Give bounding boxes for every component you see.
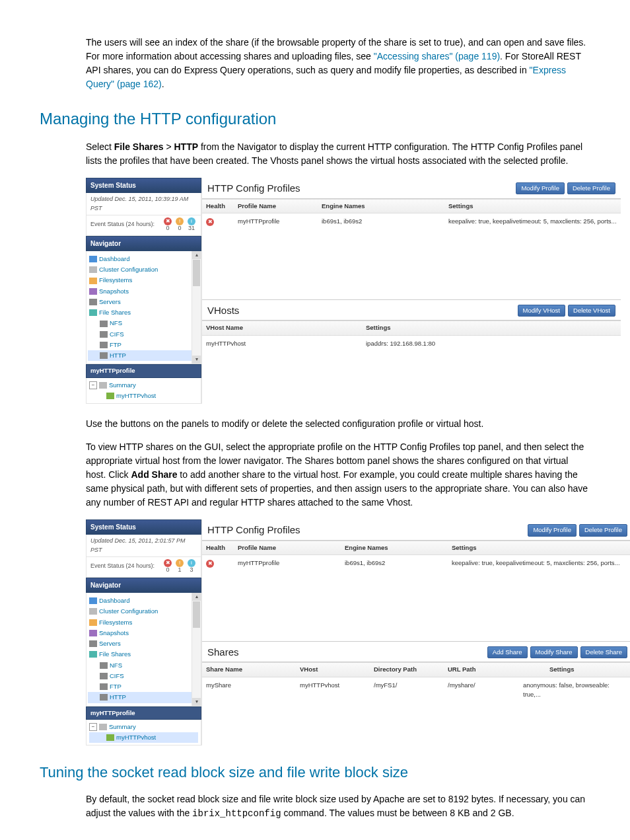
lower-nav-tree: −Summary myHTTPvhost (86, 720, 201, 746)
share-row[interactable]: myShare myHTTPvhost /myFS1/ /myshare/ an… (202, 677, 630, 703)
scroll-up-icon[interactable]: ▴ (192, 593, 201, 601)
scroll-up-icon[interactable]: ▴ (192, 251, 201, 259)
delete-share-button[interactable]: Delete Share (580, 646, 627, 658)
col-profile-name[interactable]: Profile Name (234, 541, 341, 554)
lower-nav-summary[interactable]: −Summary (89, 722, 198, 732)
col-share-settings[interactable]: Settings (545, 663, 630, 676)
http-config-profiles-title: HTTP Config Profiles (207, 523, 300, 538)
col-vhost-name[interactable]: VHost Name (202, 321, 362, 334)
summary-icon (99, 724, 107, 730)
nav-label: Cluster Configuration (99, 265, 158, 274)
nav-ftp[interactable]: FTP (88, 681, 199, 692)
nav-filesystems[interactable]: Filesystems (88, 617, 199, 628)
bold-file-shares: File Shares (114, 141, 164, 152)
summary-icon (99, 382, 107, 389)
view-http-shares-paragraph: To view HTTP shares on the GUI, select t… (86, 440, 590, 510)
nav-servers[interactable]: Servers (88, 297, 199, 307)
share-sub-icon (100, 662, 108, 669)
col-settings[interactable]: Settings (448, 541, 630, 554)
nav-ftp[interactable]: FTP (88, 340, 199, 350)
modify-profile-button[interactable]: Modify Profile (528, 524, 577, 536)
col-directory-path[interactable]: Directory Path (370, 663, 444, 676)
share-vhost-cell: myHTTPvhost (296, 679, 370, 702)
nav-http[interactable]: HTTP (88, 692, 199, 703)
col-vhost-settings[interactable]: Settings (362, 321, 621, 334)
profile-row[interactable]: ✖ myHTTPprofile ib69s1, ib69s2 keepalive… (202, 555, 630, 571)
share-name-cell: myShare (202, 679, 296, 702)
nav-file-shares[interactable]: File Shares (88, 307, 199, 318)
share-sub-icon (100, 321, 108, 327)
chart-icon (89, 597, 97, 604)
delete-profile-button[interactable]: Delete Profile (567, 182, 615, 194)
delete-profile-button[interactable]: Delete Profile (579, 524, 627, 536)
delete-vhost-button[interactable]: Delete VHost (568, 305, 615, 317)
nav-nfs[interactable]: NFS (88, 318, 199, 328)
nav-servers[interactable]: Servers (88, 638, 199, 649)
share-icon (89, 651, 97, 658)
nav-file-shares[interactable]: File Shares (88, 649, 199, 660)
nav-dashboard[interactable]: Dashboard (88, 595, 199, 606)
health-error-icon: ✖ (206, 560, 214, 568)
nav-cifs[interactable]: CIFS (88, 671, 199, 681)
nav-label: NFS (110, 319, 122, 328)
link-accessing-shares[interactable]: "Accessing shares" (page 119) (374, 51, 500, 61)
col-health[interactable]: Health (202, 200, 234, 213)
col-engine-names[interactable]: Engine Names (341, 541, 448, 554)
vhost-row[interactable]: myHTTPvhost ipaddrs: 192.168.98.1:80 (202, 336, 621, 352)
nav-label: Summary (109, 381, 136, 390)
profile-name-cell: myHTTPprofile (234, 215, 318, 228)
system-status-title: System Status (86, 519, 201, 535)
share-sub-icon (100, 352, 108, 359)
scroll-down-icon[interactable]: ▾ (192, 698, 201, 706)
nav-cluster-configuration[interactable]: Cluster Configuration (88, 606, 199, 617)
intro-paragraph: The users will see an index of the share… (86, 36, 590, 91)
nav-snapshots[interactable]: Snapshots (88, 628, 199, 638)
heading-tuning-socket: Tuning the socket read block size and fi… (40, 761, 590, 783)
minus-icon[interactable]: − (89, 381, 97, 389)
nav-cifs[interactable]: CIFS (88, 329, 199, 340)
lower-nav-title: myHTTPprofile (86, 364, 201, 377)
scroll-thumb[interactable] (193, 260, 200, 286)
col-profile-name[interactable]: Profile Name (234, 200, 318, 213)
bold-add-share: Add Share (131, 469, 177, 480)
nav-filesystems[interactable]: Filesystems (88, 275, 199, 286)
col-share-vhost[interactable]: VHost (296, 663, 370, 676)
lower-nav-vhost[interactable]: myHTTPvhost (89, 391, 198, 401)
nav-dashboard[interactable]: Dashboard (88, 254, 199, 264)
shares-title: Shares (207, 645, 239, 660)
share-sub-icon (100, 342, 108, 348)
col-health[interactable]: Health (202, 541, 234, 554)
shares-header: Share Name VHost Directory Path URL Path… (202, 662, 630, 677)
navigator-title: Navigator (86, 578, 201, 593)
nav-nfs[interactable]: NFS (88, 660, 199, 671)
lower-nav-summary[interactable]: −Summary (89, 380, 198, 391)
minus-icon[interactable]: − (89, 723, 97, 731)
nav-snapshots[interactable]: Snapshots (88, 286, 199, 297)
camera-icon (89, 288, 97, 295)
nav-label: File Shares (99, 308, 131, 317)
scroll-thumb[interactable] (193, 601, 200, 628)
http-config-profiles-title: HTTP Config Profiles (207, 181, 300, 196)
settings-cell: keepalive: true, keepalivetimeout: 5, ma… (448, 556, 630, 570)
modify-profile-button[interactable]: Modify Profile (516, 182, 565, 194)
nav-label: Filesystems (99, 618, 132, 627)
health-error-icon: ✖ (206, 218, 214, 226)
scroll-down-icon[interactable]: ▾ (192, 356, 201, 363)
col-url-path[interactable]: URL Path (444, 663, 511, 676)
nav-http[interactable]: HTTP (88, 350, 199, 361)
share-dir-cell: /myFS1/ (370, 679, 444, 702)
add-share-button[interactable]: Add Share (487, 646, 528, 658)
tree-scrollbar[interactable]: ▴ ▾ (192, 251, 201, 364)
info-count: 3 (190, 567, 193, 574)
col-settings[interactable]: Settings (444, 200, 621, 213)
tree-scrollbar[interactable]: ▴ ▾ (192, 593, 201, 706)
screenshot-profiles-shares: System Status Updated Dec. 15, 2011, 2:0… (86, 519, 621, 745)
modify-share-button[interactable]: Modify Share (530, 646, 578, 658)
profile-row[interactable]: ✖ myHTTPprofile ib69s1, ib69s2 keepalive… (202, 213, 621, 229)
share-url-cell: /myshare/ (444, 679, 511, 702)
lower-nav-vhost[interactable]: myHTTPvhost (89, 732, 198, 743)
col-engine-names[interactable]: Engine Names (318, 200, 444, 213)
modify-vhost-button[interactable]: Modify VHost (518, 305, 566, 317)
col-share-name[interactable]: Share Name (202, 663, 296, 676)
nav-cluster-configuration[interactable]: Cluster Configuration (88, 264, 199, 275)
